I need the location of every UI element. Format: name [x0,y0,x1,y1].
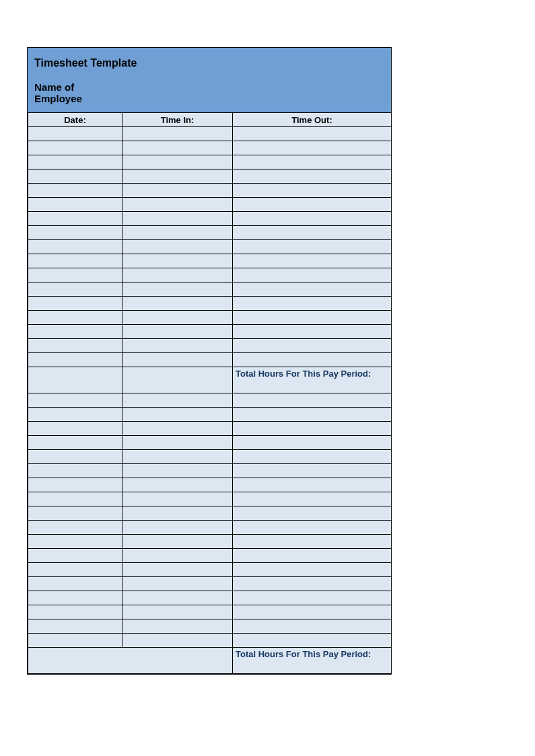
cell[interactable] [28,297,122,311]
cell[interactable] [122,184,233,198]
cell[interactable] [28,212,122,226]
cell[interactable] [233,605,392,619]
cell[interactable] [28,226,122,240]
cell[interactable] [233,436,392,450]
cell[interactable] [233,297,392,311]
cell[interactable] [233,198,392,212]
cell[interactable] [122,577,233,591]
cell[interactable] [122,422,233,436]
cell[interactable] [122,141,233,155]
cell[interactable] [28,422,122,436]
cell[interactable] [233,563,392,577]
cell[interactable] [122,521,233,535]
cell[interactable] [28,127,122,141]
cell[interactable] [122,155,233,169]
cell[interactable] [122,408,233,422]
cell[interactable] [233,577,392,591]
cell[interactable] [233,240,392,254]
cell[interactable] [233,339,392,353]
cell[interactable] [28,254,122,268]
cell[interactable] [28,169,122,184]
cell[interactable] [233,169,392,184]
cell[interactable] [122,127,233,141]
cell[interactable] [233,141,392,155]
cell[interactable] [122,634,233,648]
cell[interactable] [233,422,392,436]
cell[interactable] [122,605,233,619]
cell[interactable] [233,353,392,367]
cell[interactable] [233,492,392,506]
cell[interactable] [233,155,392,169]
cell[interactable] [122,268,233,282]
cell[interactable] [122,591,233,605]
cell[interactable] [233,478,392,492]
cell[interactable] [233,226,392,240]
cell[interactable] [233,591,392,605]
cell[interactable] [122,563,233,577]
cell[interactable] [28,492,122,506]
cell[interactable] [233,254,392,268]
cell[interactable] [122,169,233,184]
cell[interactable] [122,311,233,325]
cell[interactable] [28,619,122,634]
cell[interactable] [28,141,122,155]
cell[interactable] [28,563,122,577]
cell[interactable] [233,311,392,325]
cell[interactable] [122,464,233,478]
cell[interactable] [28,339,122,353]
cell[interactable] [233,450,392,464]
cell[interactable] [28,311,122,325]
cell[interactable] [233,212,392,226]
cell[interactable] [122,339,233,353]
cell[interactable] [122,436,233,450]
cell[interactable] [122,535,233,549]
cell[interactable] [122,506,233,521]
cell[interactable] [122,212,233,226]
cell[interactable] [233,619,392,634]
cell[interactable] [233,521,392,535]
cell[interactable] [122,393,233,408]
cell[interactable] [122,367,233,393]
footer-span-cell[interactable] [28,648,233,674]
cell[interactable] [28,393,122,408]
cell[interactable] [233,268,392,282]
cell[interactable] [28,464,122,478]
cell[interactable] [233,184,392,198]
cell[interactable] [233,408,392,422]
cell[interactable] [122,226,233,240]
cell[interactable] [233,393,392,408]
cell[interactable] [233,634,392,648]
cell[interactable] [233,535,392,549]
cell[interactable] [28,282,122,297]
cell[interactable] [28,155,122,169]
cell[interactable] [28,198,122,212]
cell[interactable] [233,282,392,297]
cell[interactable] [28,478,122,492]
cell[interactable] [122,549,233,563]
cell[interactable] [122,240,233,254]
cell[interactable] [28,367,122,393]
cell[interactable] [122,478,233,492]
cell[interactable] [122,492,233,506]
cell[interactable] [122,353,233,367]
cell[interactable] [122,198,233,212]
cell[interactable] [122,325,233,339]
cell[interactable] [28,408,122,422]
cell[interactable] [28,506,122,521]
cell[interactable] [28,268,122,282]
cell[interactable] [28,184,122,198]
cell[interactable] [233,464,392,478]
cell[interactable] [122,297,233,311]
cell[interactable] [122,254,233,268]
cell[interactable] [28,634,122,648]
cell[interactable] [28,353,122,367]
cell[interactable] [122,282,233,297]
cell[interactable] [28,577,122,591]
cell[interactable] [28,450,122,464]
cell[interactable] [28,325,122,339]
cell[interactable] [28,436,122,450]
cell[interactable] [28,240,122,254]
cell[interactable] [122,619,233,634]
cell[interactable] [28,521,122,535]
cell[interactable] [28,591,122,605]
